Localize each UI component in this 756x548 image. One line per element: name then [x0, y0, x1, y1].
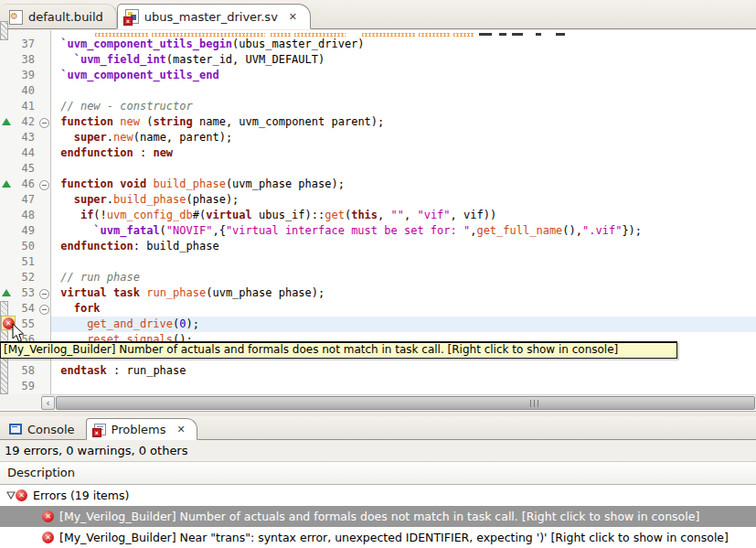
eclipse-window: ⚙ default.build x ubus_master_driver.sv …: [0, 0, 756, 548]
code-line[interactable]: // new - constructor: [51, 99, 756, 114]
line-number[interactable]: 47: [9, 192, 35, 208]
code-line[interactable]: get_and_drive(0);: [51, 317, 756, 332]
line-number[interactable]: 42: [9, 114, 35, 130]
expand-triangle-icon[interactable]: [6, 491, 16, 500]
fold-collapse-icon[interactable]: [39, 289, 49, 299]
build-file-icon: ⚙: [9, 10, 23, 25]
code-line[interactable]: endfunction: build_phase: [51, 239, 756, 254]
problems-group-errors[interactable]: ✕Errors (19 items): [0, 485, 756, 506]
code-token: task: [113, 286, 140, 299]
code-line[interactable]: super.build_phase(phase);: [51, 192, 756, 208]
line-number[interactable]: 39: [9, 68, 35, 83]
code-token: (: [160, 224, 166, 237]
clipped-text-fragment: [512, 33, 523, 36]
code-token: [54, 53, 74, 66]
code-token: "virtual interface must be set for: ": [226, 224, 470, 237]
code-line[interactable]: // run phase: [51, 270, 756, 285]
close-icon[interactable]: ✕: [177, 424, 186, 435]
code-token: new: [113, 131, 133, 144]
code-token: ,: [404, 209, 417, 221]
line-number[interactable]: 38: [9, 52, 35, 68]
code-line[interactable]: if(!uvm_config_db#(virtual ubus_if)::get…: [51, 208, 756, 223]
code-token: (uvm_phase phase);: [206, 286, 325, 299]
code-line[interactable]: endfunction : new: [51, 145, 756, 161]
tab-problems[interactable]: x Problems ✕: [86, 418, 197, 440]
scrollbar-corner: [0, 394, 41, 410]
code-token: (master_id, UVM_DEFAULT): [166, 53, 325, 66]
console-icon: [9, 424, 22, 435]
code-line[interactable]: [51, 254, 756, 270]
close-icon[interactable]: ✕: [289, 11, 297, 23]
code-token: `uvm_component_utils_begin: [60, 38, 232, 50]
code-line[interactable]: `uvm_fatal("NOVIF",{"virtual interface m…: [51, 223, 756, 239]
line-number[interactable]: 44: [9, 145, 35, 161]
code-token: new: [153, 146, 173, 159]
line-number[interactable]: 51: [9, 254, 35, 270]
line-number[interactable]: 43: [9, 130, 35, 145]
code-token: [107, 286, 113, 299]
fold-collapse-icon[interactable]: [39, 118, 49, 128]
code-line[interactable]: [51, 83, 756, 99]
code-token: function: [60, 177, 113, 190]
code-token: #(: [193, 209, 206, 221]
code-line[interactable]: [51, 161, 756, 177]
code-line[interactable]: function new (string name, uvm_component…: [51, 114, 756, 130]
line-number[interactable]: 40: [9, 83, 35, 99]
tab-label: ubus_master_driver.sv: [144, 10, 278, 24]
code-token: get_full_name: [476, 224, 562, 237]
line-number[interactable]: 48: [9, 208, 35, 223]
line-number[interactable]: 59: [9, 379, 35, 394]
override-indicator-icon: [2, 118, 11, 125]
code-token: endfunction: [60, 240, 133, 253]
line-number[interactable]: 45: [9, 161, 35, 177]
tab-ubus-master-driver[interactable]: x ubus_master_driver.sv ✕: [117, 4, 311, 29]
code-token: [54, 302, 74, 315]
code-line[interactable]: super.new(name, parent);: [51, 130, 756, 145]
code-token: name, uvm_component parent);: [193, 115, 385, 128]
code-token: : build_phase: [133, 240, 219, 253]
scroll-left-button[interactable]: ‹: [41, 396, 55, 410]
code-token: "vif": [417, 209, 450, 221]
tab-label: default.build: [28, 10, 103, 24]
line-number[interactable]: 46: [9, 177, 35, 192]
line-number[interactable]: 54: [9, 301, 35, 317]
code-token: (uvm_phase phase);: [226, 177, 345, 190]
code-token: [54, 193, 74, 206]
problem-row[interactable]: ✕[My_Verilog_Builder] Number of actuals …: [0, 506, 756, 527]
fold-collapse-icon[interactable]: [39, 305, 49, 315]
code-line[interactable]: function void build_phase(uvm_phase phas…: [51, 177, 756, 192]
code-token: // run phase: [60, 271, 140, 284]
code-line[interactable]: [51, 379, 756, 394]
line-number[interactable]: 41: [9, 99, 35, 114]
line-number[interactable]: 52: [9, 270, 35, 285]
line-number[interactable]: 50: [9, 239, 35, 254]
code-token: :: [133, 146, 154, 159]
tab-label: Problems: [112, 423, 166, 436]
line-number[interactable]: 49: [9, 223, 35, 239]
line-number[interactable]: 37: [9, 37, 35, 52]
range-indicator: [0, 21, 8, 40]
code-token: });: [622, 224, 642, 237]
scrollbar-thumb[interactable]: [56, 396, 755, 410]
tab-console[interactable]: Console: [2, 418, 86, 440]
error-icon: ✕: [42, 510, 54, 522]
problem-row[interactable]: ✕[My_Verilog_Builder] Near "trans": synt…: [0, 527, 756, 548]
code-token: (ubus_master_driver): [232, 38, 365, 50]
code-line[interactable]: virtual task run_phase(uvm_phase phase);: [51, 285, 756, 301]
code-token: "NOVIF": [166, 224, 213, 237]
tab-label: Console: [27, 423, 75, 436]
code-token: `uvm_component_utils_end: [60, 69, 218, 81]
code-line[interactable]: `uvm_field_int(master_id, UVM_DEFAULT): [51, 52, 756, 68]
line-number[interactable]: 53: [9, 285, 35, 301]
code-token: .: [107, 193, 113, 206]
line-number[interactable]: 58: [9, 363, 35, 379]
tab-default-build[interactable]: ⚙ default.build: [2, 4, 117, 29]
fold-collapse-icon[interactable]: [39, 180, 49, 190]
code-line[interactable]: `uvm_component_utils_end: [51, 68, 756, 83]
description-column-header[interactable]: Description: [0, 462, 756, 485]
code-line[interactable]: endtask : run_phase: [51, 363, 756, 379]
code-line[interactable]: `uvm_component_utils_begin(ubus_master_d…: [51, 37, 756, 52]
code-line[interactable]: fork: [51, 301, 756, 317]
horizontal-scrollbar[interactable]: ‹: [41, 394, 756, 410]
code-token: `uvm_field_int: [74, 53, 166, 66]
